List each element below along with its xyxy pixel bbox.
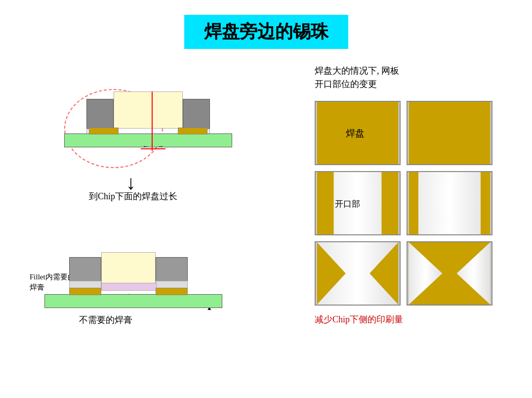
pad-diagram-r3c2 [408, 242, 491, 305]
opening-label-text: 开口部 [335, 199, 360, 209]
arrow-left-small: ← [142, 142, 149, 150]
svg-rect-6 [409, 172, 491, 234]
svg-rect-4 [317, 172, 334, 234]
left-section: ← → ↓ 到Chip下面的焊盘过长 Fillet内需要的 焊膏 ▶ Chip … [30, 59, 267, 381]
right-section: 焊盘大的情况下, 网板 开口部位的变更 焊盘 [315, 64, 502, 325]
pad-right-bottom [156, 288, 188, 295]
pad-left-top [89, 128, 119, 134]
pad-cell-row2-col1: 开口部 [315, 171, 401, 235]
svg-rect-8 [481, 172, 490, 234]
page-title: 焊盘旁边的锡珠 [184, 15, 348, 49]
pad-cell-row3-col2 [407, 241, 492, 306]
svg-rect-5 [381, 172, 398, 234]
solder-blob [101, 283, 157, 291]
pad-diagram-r1c1: 焊盘 [316, 102, 400, 164]
arrow-right-small: → [157, 142, 164, 150]
pad-diagram-r1c2 [408, 102, 491, 164]
fillet-label: Fillet内需要的 焊膏 [30, 272, 75, 293]
bottom-diagram: Fillet内需要的 焊膏 ▶ Chip ▲ 不需要的焊膏 [30, 218, 242, 326]
svg-rect-7 [409, 172, 418, 234]
top-diagram-desc: 到Chip下面的焊盘过长 [89, 190, 177, 202]
pad-grid: 焊盘 [315, 101, 492, 306]
pad-diagram-r2c2 [408, 172, 491, 234]
pad-cell-row3-col1 [315, 241, 401, 306]
bottom-note: 减少Chip下侧的印刷量 [315, 313, 502, 325]
pad-cell-row1-col2 [407, 101, 492, 165]
pcb-board-bottom [44, 294, 222, 308]
chip-top-left-terminal [86, 99, 114, 129]
right-description: 焊盘大的情况下, 网板 开口部位的变更 [315, 64, 502, 91]
svg-rect-1 [409, 102, 491, 164]
pad-cell-row2-col2 [407, 171, 492, 235]
pad-diagram-r3c1 [316, 242, 400, 305]
bottom-diagram-desc: 不需要的焊膏 [79, 314, 132, 326]
top-diagram: ← → [54, 69, 242, 168]
red-line-vertical [152, 91, 153, 151]
chip-top-right-terminal [183, 99, 210, 129]
pad-label-text: 焊盘 [346, 128, 365, 138]
pad-left-bottom [69, 288, 101, 295]
pad-right-top [178, 128, 207, 134]
arrow-down: ↓ [126, 173, 136, 193]
pad-cell-row1-col1: 焊盘 [315, 101, 401, 165]
chip-top-body [114, 91, 183, 129]
pad-diagram-r2c1: 开口部 [316, 172, 400, 234]
